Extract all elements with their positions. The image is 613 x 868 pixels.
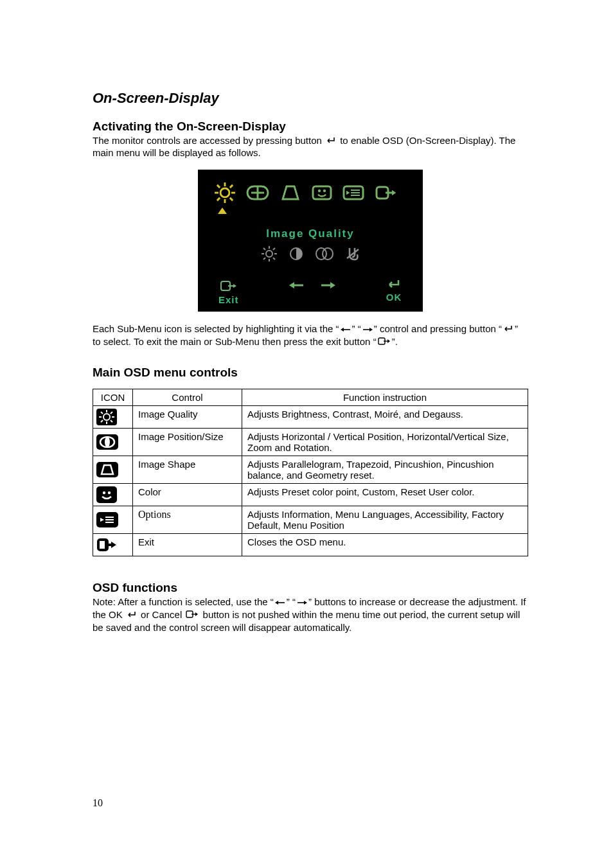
svg-line-7 xyxy=(230,185,233,188)
svg-marker-22 xyxy=(392,190,396,195)
exit-icon xyxy=(219,279,238,293)
page-number: 10 xyxy=(93,797,103,809)
submenu-text-a: Each Sub-Menu icon is selected by highli… xyxy=(93,323,339,334)
submenu-text-b: ” “ xyxy=(352,323,361,334)
arrow-right-icon xyxy=(296,597,308,609)
svg-point-13 xyxy=(318,190,321,192)
function-instruction: Adjusts Brightness, Contrast, Moiré, and… xyxy=(242,406,528,429)
image-quality-tab-icon xyxy=(213,181,236,204)
osd-panel-wrapper: Image Quality Exit OK xyxy=(93,170,528,312)
osd-bottom-row: Exit OK xyxy=(209,279,411,305)
exit-icon xyxy=(377,336,391,350)
svg-point-63 xyxy=(105,437,110,447)
submenu-text-e: ”. xyxy=(392,336,398,347)
note-text-a: Note: After a function is selected, use … xyxy=(93,596,274,607)
svg-point-35 xyxy=(323,248,333,260)
svg-rect-76 xyxy=(100,541,105,549)
table-row: Image Shape Adjusts Parallelogram, Trape… xyxy=(93,456,528,484)
svg-line-31 xyxy=(273,248,275,250)
function-instruction: Adjusts Horizontal / Vertical Position, … xyxy=(242,429,528,456)
osd-ok-control: OK xyxy=(386,279,402,303)
header-control: Control xyxy=(133,389,242,406)
activating-text-a: The monitor controls are accessed by pre… xyxy=(93,135,322,146)
header-function: Function instruction xyxy=(242,389,528,406)
function-instruction: Adjusts Information, Menu Languages, Acc… xyxy=(242,506,528,534)
svg-line-5 xyxy=(217,185,220,188)
enter-icon xyxy=(325,136,337,148)
exit-icon xyxy=(185,609,199,623)
osd-sub-row xyxy=(209,245,411,262)
header-icon: ICON xyxy=(93,389,133,406)
note-text-b: ” “ xyxy=(287,596,296,607)
activating-paragraph: The monitor controls are accessed by pre… xyxy=(93,135,528,159)
function-instruction: Closes the OSD menu. xyxy=(242,534,528,556)
osd-functions-note: Note: After a function is selected, use … xyxy=(93,596,528,634)
exit-label: Exit xyxy=(218,294,239,305)
svg-point-0 xyxy=(220,188,229,197)
svg-marker-75 xyxy=(111,542,116,548)
brightness-subicon xyxy=(261,245,278,262)
svg-marker-50 xyxy=(387,339,390,343)
moire-subicon xyxy=(315,247,334,261)
table-row: Color Adjusts Preset color point, Custom… xyxy=(93,484,528,506)
image-quality-icon xyxy=(93,406,133,429)
svg-marker-78 xyxy=(275,601,278,605)
table-header-row: ICON Control Function instruction xyxy=(93,389,528,406)
contrast-subicon xyxy=(289,247,303,261)
main-controls-heading: Main OSD menu controls xyxy=(93,366,528,380)
osd-functions-heading: OSD functions xyxy=(93,581,528,595)
control-name: Exit xyxy=(133,534,242,556)
image-shape-icon xyxy=(93,456,133,484)
control-name: Options xyxy=(133,506,242,534)
svg-point-67 xyxy=(108,492,111,494)
table-row: Exit Closes the OSD menu. xyxy=(93,534,528,556)
osd-top-row xyxy=(209,181,411,204)
enter-icon xyxy=(386,279,402,290)
svg-marker-19 xyxy=(346,191,350,195)
svg-marker-23 xyxy=(218,208,227,214)
table-row: Image Position/Size Adjusts Horizontal /… xyxy=(93,429,528,456)
activating-heading: Activating the On-Screen-Display xyxy=(93,120,528,134)
svg-marker-83 xyxy=(195,612,198,616)
svg-marker-45 xyxy=(341,328,344,332)
arrow-right-icon xyxy=(362,324,373,336)
submenu-description: Each Sub-Menu icon is selected by highli… xyxy=(93,323,528,349)
function-instruction: Adjusts Preset color point, Custom, Rese… xyxy=(242,484,528,506)
control-name: Image Shape xyxy=(133,456,242,484)
controls-table: ICON Control Function instruction Image … xyxy=(93,389,528,556)
control-name: Color xyxy=(133,484,242,506)
osd-exit-control: Exit xyxy=(218,279,239,305)
ok-label: OK xyxy=(386,292,402,303)
svg-point-24 xyxy=(266,251,272,257)
exit-tab-icon xyxy=(374,183,397,202)
osd-current-tab-title: Image Quality xyxy=(209,227,411,240)
enter-icon xyxy=(502,324,514,336)
table-row: Options Adjusts Information, Menu Langua… xyxy=(93,506,528,534)
svg-line-32 xyxy=(263,258,265,260)
osd-selection-indicator xyxy=(209,207,411,215)
arrow-left-icon xyxy=(288,280,305,290)
arrow-right-icon xyxy=(320,280,337,290)
image-position-icon xyxy=(93,429,133,456)
function-instruction: Adjusts Parallelogram, Trapezoid, Pincus… xyxy=(242,456,528,484)
shape-tab-icon xyxy=(279,183,302,202)
arrow-left-icon xyxy=(274,597,286,609)
svg-rect-65 xyxy=(96,486,117,503)
color-icon xyxy=(93,484,133,506)
exit-row-icon xyxy=(93,534,133,556)
position-tab-icon xyxy=(245,183,270,202)
svg-line-6 xyxy=(230,198,233,200)
svg-rect-12 xyxy=(313,186,331,199)
svg-rect-64 xyxy=(96,462,118,477)
control-name: Image Position/Size xyxy=(133,429,242,456)
svg-marker-80 xyxy=(304,601,307,605)
svg-marker-43 xyxy=(330,282,335,288)
options-tab-icon xyxy=(342,183,365,202)
osd-arrow-controls xyxy=(288,279,337,290)
svg-line-8 xyxy=(217,198,220,200)
submenu-text-c: ” control and pressing button “ xyxy=(374,323,502,334)
svg-point-66 xyxy=(103,492,105,494)
svg-line-30 xyxy=(273,258,275,260)
triangle-up-icon xyxy=(217,207,227,215)
svg-line-29 xyxy=(263,248,265,250)
